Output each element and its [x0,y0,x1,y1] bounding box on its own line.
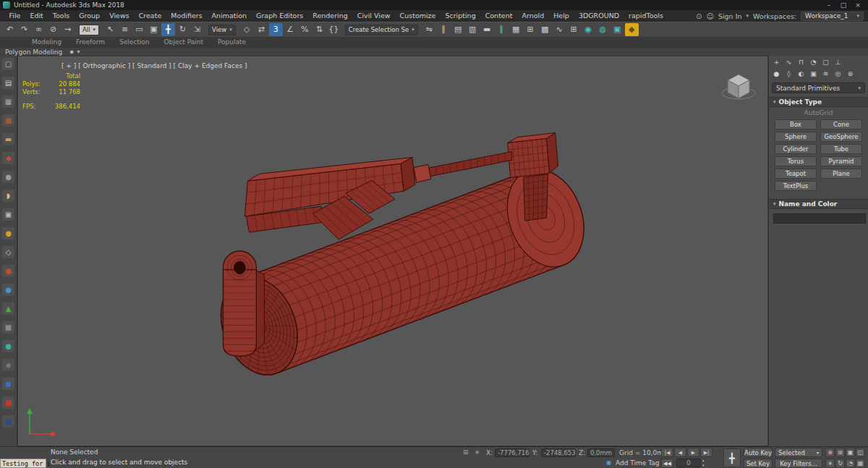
toolbar-icon[interactable]: ▩ [538,23,552,36]
viewport-nav-button[interactable]: ⊞ [835,448,845,457]
left-toolbar-icon[interactable]: ● [2,284,14,296]
ribbon-extra-icon[interactable]: ▾ [77,48,80,55]
toolbar-icon[interactable]: ⊘ [46,23,60,36]
create-category-icon[interactable]: ◐ [796,69,807,79]
toolbar-icon[interactable]: ∥ [437,23,451,36]
toolbar-icon[interactable]: ⇄ [255,23,268,36]
left-toolbar-icon[interactable]: ▢ [2,58,14,70]
viewport-nav-cross-button[interactable]: ╋ [723,448,741,467]
toolbar-icon[interactable]: ∿ [553,23,566,36]
reference-coordinate-dropdown[interactable]: View ▾ [208,25,236,35]
left-toolbar-icon[interactable]: ▦ [2,95,14,108]
primitive-button[interactable]: TextPlus [775,181,817,191]
menu-item[interactable]: Views [105,10,135,22]
viewport-nav-button[interactable]: ◔ [846,459,855,468]
ribbon-tab[interactable]: Selection [112,38,156,47]
menu-item[interactable]: Graph Editors [252,10,308,22]
create-category-icon[interactable]: ▣ [808,69,819,79]
toolbar-icon[interactable]: {} [327,23,341,36]
z-coordinate-field[interactable]: 0,0mm [587,448,615,457]
command-panel-tab-icon[interactable]: ◔ [808,57,819,67]
transport-button[interactable]: ▶ [687,448,699,457]
viewport-label[interactable]: [ + ] [ Orthographic ] [ Standard ] [ Cl… [61,62,247,69]
toolbar-icon[interactable]: ⊞ [567,23,581,36]
toolbar-icon[interactable]: ∞ [32,23,46,36]
left-toolbar-icon[interactable]: ● [2,340,14,352]
left-toolbar-icon[interactable]: ▬ [2,133,14,145]
viewport-nav-button[interactable]: ◱ [856,448,865,457]
toolbar-icon[interactable]: ↶ [3,23,17,36]
autogrid-toggle[interactable]: AutoGrid [769,107,868,119]
name-color-rollout-header[interactable]: ▾ Name and Color [769,199,868,209]
toolbar-icon[interactable]: ⊞ [524,23,537,36]
toolbar-icon[interactable]: ∥ [495,23,509,36]
menu-item[interactable]: Civil View [352,10,395,22]
menu-item[interactable]: Rendering [308,10,353,22]
object-name-input[interactable] [773,213,866,224]
primitive-button[interactable]: Teapot [775,169,817,179]
left-toolbar-icon[interactable]: ◗ [2,190,14,202]
toolbar-icon[interactable]: ▣ [147,23,161,36]
command-panel-tab-icon[interactable]: ▢ [820,57,831,67]
viewport-nav-button[interactable]: ▦ [856,459,865,468]
set-key-button[interactable]: Set Key [744,459,773,468]
toolbar-icon[interactable]: ▣ [610,23,624,36]
viewport[interactable]: [ + ] [ Orthographic ] [ Standard ] [ Cl… [17,56,768,446]
primitive-button[interactable]: Box [775,119,817,129]
search-icon[interactable]: ⊙ [696,12,702,20]
transport-button[interactable]: ◀ [674,448,686,457]
left-toolbar-icon[interactable]: ● [2,171,14,183]
left-toolbar-icon[interactable]: ■ [2,114,14,127]
left-toolbar-icon[interactable]: ■ [2,396,14,409]
menu-item[interactable]: Create [134,10,166,22]
transport-button[interactable]: |◀ [661,448,673,457]
key-mode-toggle[interactable]: ◀◀ [661,459,673,468]
toolbar-icon[interactable]: ▥ [466,23,480,36]
ribbon-tab[interactable]: Populate [210,38,253,47]
menu-item[interactable]: Group [75,10,105,22]
menu-item[interactable]: Arnold [517,10,549,22]
polygon-modeling-panel[interactable]: Polygon Modeling [0,48,62,56]
viewport-nav-button[interactable]: ∗ [825,459,835,468]
menu-item[interactable]: Customize [395,10,441,22]
toolbar-icon[interactable]: ◆ [625,23,639,36]
toolbar-icon[interactable]: ╋ [161,23,175,36]
create-category-icon[interactable]: ● [771,69,782,79]
left-toolbar-icon[interactable]: ◆ [2,152,14,164]
toolbar-icon[interactable]: ◇ [240,23,254,36]
primitive-button[interactable]: Tube [820,144,862,154]
close-button[interactable]: × [851,0,865,10]
ribbon-tab[interactable]: Freeform [69,38,112,47]
ribbon-extra-icon[interactable]: ▪ [69,48,73,55]
toolbar-icon[interactable]: ▤ [451,23,465,36]
menu-item[interactable]: Scripting [441,10,480,22]
workspace-dropdown[interactable]: Workspace_1 ▾ [801,12,864,21]
create-category-icon[interactable]: ⊛ [845,69,856,79]
toolbar-icon[interactable]: ↖ [103,23,117,36]
primitive-button[interactable]: Plane [820,169,862,179]
primitives-category-dropdown[interactable]: Standard Primitives ▾ [772,82,865,93]
toolbar-icon[interactable]: ◍ [596,23,610,36]
left-toolbar-icon[interactable]: ▣ [2,208,14,221]
3d-model-wireframe-cylinder[interactable] [18,56,767,446]
primitive-button[interactable]: GeoSphere [820,132,862,142]
chevron-down-icon[interactable]: ▾ [746,13,749,19]
auto-key-button[interactable]: Auto Key [744,448,773,457]
ribbon-tab[interactable]: Object Paint [157,38,210,47]
primitive-button[interactable]: Sphere [775,132,817,142]
add-time-tag[interactable]: Add Time Tag [616,459,659,467]
primitive-button[interactable]: Cone [820,119,862,129]
viewport-nav-button[interactable]: ▣ [846,448,855,457]
x-coordinate-field[interactable]: -7776,716 [495,448,529,457]
toolbar-icon[interactable]: ▦ [509,23,523,36]
toolbar-icon[interactable]: ⇋ [422,23,436,36]
command-panel-tab-icon[interactable]: + [771,57,782,67]
menu-item[interactable]: Modifiers [166,10,207,22]
menu-item[interactable]: 3DGROUND [574,10,624,22]
command-panel-tab-icon[interactable]: ∿ [783,57,794,67]
menu-item[interactable]: Tools [48,10,74,22]
y-coordinate-field[interactable]: -2748,653 [541,448,576,457]
maximize-button[interactable]: □ [836,0,851,10]
current-frame-field[interactable]: 0 [676,459,701,467]
maxscript-mini-listener[interactable]: Testing for i [0,459,46,468]
